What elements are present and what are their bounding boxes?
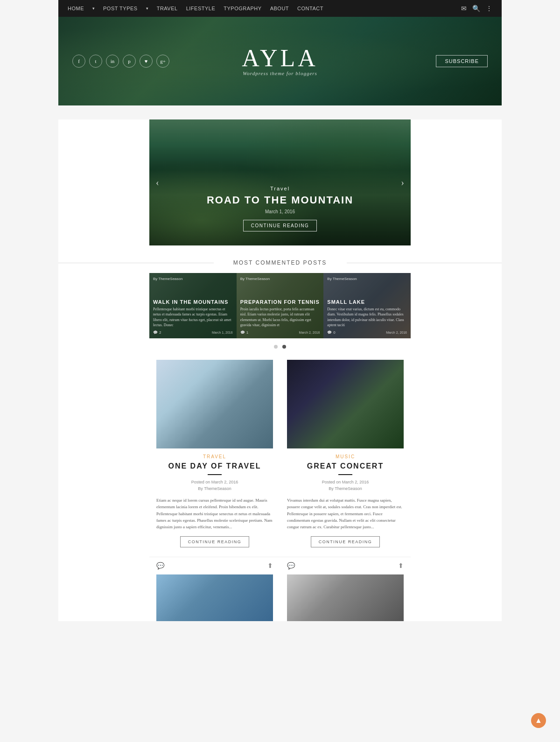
facebook-icon[interactable]: f: [72, 55, 85, 68]
mc-footer-1: 💬 2 March 1, 2016: [153, 330, 233, 335]
twitter-icon[interactable]: t: [89, 55, 102, 68]
nav-post-types[interactable]: POST TYPES: [103, 6, 138, 11]
mc-by-2: By ThemeSeason: [240, 277, 320, 281]
instagram-icon[interactable]: in: [106, 55, 119, 68]
blog-meta-music: Posted on March 2, 2016 By ThemeSeason: [287, 479, 404, 492]
mc-desc-3: Donec vitae erat varius, dictum est eu, …: [327, 307, 407, 328]
nav-contact[interactable]: CONTACT: [297, 6, 323, 11]
carousel-dots: [149, 342, 411, 350]
comment-icon-3: 💬: [327, 330, 332, 335]
bottom-post-img-bokeh: [287, 574, 404, 621]
site-logo: AYLA Wordpress theme for bloggers: [242, 46, 318, 76]
mc-title-1: WALK IN THE MOUNTAINS: [153, 299, 233, 305]
blog-title-music: GREAT CONCERT: [287, 462, 404, 470]
dot-1[interactable]: [274, 345, 278, 349]
blog-post-image-concert: [287, 360, 404, 448]
comment-icon-1: 💬: [153, 330, 158, 335]
mc-by-1: By ThemeSeason: [153, 277, 233, 281]
mc-bottom-3: SMALL LAKE Donec vitae erat varius, dict…: [327, 299, 407, 335]
social-links: f t in p ♥ g+: [72, 55, 169, 68]
mc-footer-3: 💬 0 March 2, 2016: [327, 330, 407, 335]
mc-comments-1: 💬 2: [153, 330, 161, 335]
comment-icon-2: 💬: [240, 330, 245, 335]
nav-links: HOME ▾ POST TYPES ▾ TRAVEL LIFESTYLE TYP…: [68, 6, 323, 11]
blog-footer-music: 💬 ⬆: [280, 557, 411, 574]
pinterest-icon[interactable]: p: [123, 55, 136, 68]
logo-text: AYLA: [242, 46, 318, 70]
most-commented-grid: By ThemeSeason WALK IN THE MOUNTAINS Pel…: [149, 273, 411, 338]
mc-overlay-2: By ThemeSeason PREPARATION FOR TENNIS Pr…: [237, 273, 324, 338]
title-divider-travel: [208, 474, 222, 475]
blog-title-travel: ONE DAY OF TRAVEL: [156, 462, 273, 470]
logo-tagline: Wordpress theme for bloggers: [242, 70, 318, 76]
mc-card-3: By ThemeSeason SMALL LAKE Donec vitae er…: [323, 273, 411, 338]
nav-lifestyle[interactable]: LIFESTYLE: [186, 6, 216, 11]
mc-desc-1: Pellentesque habitant morbi tristique se…: [153, 307, 233, 328]
slider-prev-button[interactable]: ‹: [152, 174, 163, 192]
nav-about[interactable]: ABOUT: [270, 6, 289, 11]
most-commented-title: MOST COMMENTED POSTS: [58, 259, 502, 266]
blog-category-music: MUSIC: [287, 454, 404, 459]
bottom-posts: [149, 574, 411, 621]
bottom-post-img-mountains: [156, 574, 273, 621]
mc-title-3: SMALL LAKE: [327, 299, 407, 305]
nav-home-dropdown-icon: ▾: [92, 6, 95, 11]
continue-reading-music[interactable]: CONTINUE READING: [311, 536, 380, 547]
slider-overlay: Travel ROAD TO THE MOUNTAIN March 1, 201…: [149, 186, 411, 231]
blog-footer-travel: 💬 ⬆: [149, 557, 280, 574]
slider-title: ROAD TO THE MOUNTAIN: [149, 194, 411, 206]
mc-date-1: March 1, 2016: [212, 331, 233, 334]
mc-bottom-2: PREPARATION FOR TENNIS Proin iaculis lec…: [240, 299, 320, 335]
bottom-post-2: [280, 574, 411, 621]
mc-overlay-1: By ThemeSeason WALK IN THE MOUNTAINS Pel…: [149, 273, 237, 338]
featured-slider: Travel ROAD TO THE MOUNTAIN March 1, 201…: [149, 119, 411, 245]
more-icon[interactable]: ⋮: [486, 5, 492, 13]
nav-travel[interactable]: TRAVEL: [157, 6, 178, 11]
hero-header: f t in p ♥ g+ AYLA Wordpress theme for b…: [58, 17, 502, 105]
search-icon[interactable]: 🔍: [472, 5, 480, 13]
blog-meta-travel: Posted on March 2, 2016 By ThemeSeason: [156, 479, 273, 492]
mc-overlay-3: By ThemeSeason SMALL LAKE Donec vitae er…: [323, 273, 411, 338]
dot-2[interactable]: [282, 345, 286, 349]
mc-card-2: By ThemeSeason PREPARATION FOR TENNIS Pr…: [237, 273, 324, 338]
mc-card-1: By ThemeSeason WALK IN THE MOUNTAINS Pel…: [149, 273, 237, 338]
mc-comments-2: 💬 1: [240, 330, 248, 335]
email-icon[interactable]: ✉: [461, 5, 467, 13]
subscribe-button[interactable]: SUBSCRIBE: [436, 55, 488, 67]
nav-typography[interactable]: TYPOGRAPHY: [224, 6, 261, 11]
mc-date-3: March 2, 2016: [386, 331, 407, 334]
blog-post-travel: TRAVEL ONE DAY OF TRAVEL Posted on March…: [149, 360, 280, 554]
googleplus-icon[interactable]: g+: [156, 55, 169, 68]
heart-icon[interactable]: ♥: [140, 55, 153, 68]
mc-comments-3: 💬 0: [327, 330, 335, 335]
blog-category-travel: TRAVEL: [156, 454, 273, 459]
continue-reading-travel[interactable]: CONTINUE READING: [180, 536, 250, 547]
slider-category: Travel: [149, 186, 411, 191]
blog-excerpt-music: Vivamus interdum dui at volutpat mattis.…: [287, 497, 404, 531]
title-divider-music: [338, 474, 352, 475]
blog-post-music: MUSIC GREAT CONCERT Posted on March 2, 2…: [280, 360, 411, 554]
blog-footers: 💬 ⬆ 💬 ⬆: [149, 554, 411, 574]
slider-date: March 1, 2016: [149, 209, 411, 214]
mc-desc-2: Proin iaculis lectus porttitor, porta fe…: [240, 307, 320, 328]
share-icon-music[interactable]: ⬆: [398, 562, 404, 570]
blog-grid: TRAVEL ONE DAY OF TRAVEL Posted on March…: [149, 360, 411, 554]
blog-excerpt-travel: Etiam ac neque id lorem cursus pellentes…: [156, 497, 273, 531]
slider-continue-button[interactable]: CONTINUE READING: [243, 220, 317, 231]
comment-icon-travel[interactable]: 💬: [156, 562, 164, 570]
mc-bottom-1: WALK IN THE MOUNTAINS Pellentesque habit…: [153, 299, 233, 335]
mc-footer-2: 💬 1 March 2, 2016: [240, 330, 320, 335]
share-icon-travel[interactable]: ⬆: [267, 562, 273, 570]
nav-post-types-dropdown-icon: ▾: [146, 6, 148, 11]
bottom-post-1: [149, 574, 280, 621]
blog-post-image-travel: [156, 360, 273, 448]
comment-icon-music[interactable]: 💬: [287, 562, 295, 570]
nav-home[interactable]: HOME: [68, 6, 84, 11]
main-content: Travel ROAD TO THE MOUNTAIN March 1, 201…: [58, 119, 502, 621]
nav-icons: ✉ 🔍 ⋮: [461, 5, 492, 13]
slider-image: Travel ROAD TO THE MOUNTAIN March 1, 201…: [149, 119, 411, 245]
mc-title-2: PREPARATION FOR TENNIS: [240, 299, 320, 305]
navigation: HOME ▾ POST TYPES ▾ TRAVEL LIFESTYLE TYP…: [58, 0, 502, 17]
slider-next-button[interactable]: ›: [397, 174, 408, 192]
mc-date-2: March 2, 2016: [299, 331, 320, 334]
